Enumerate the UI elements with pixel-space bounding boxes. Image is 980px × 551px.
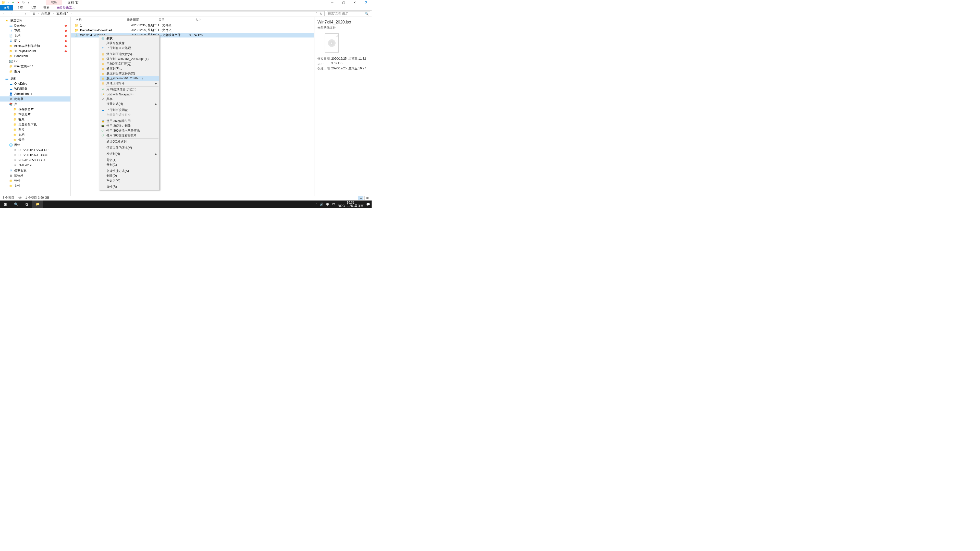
col-header-size[interactable]: 大小 bbox=[184, 17, 204, 22]
ctx-share[interactable]: ↗共享 bbox=[100, 97, 159, 102]
taskbar-clock[interactable]: 16:32 2020/12/25, 星期五 bbox=[337, 201, 364, 208]
nav-onedrive[interactable]: ☁OneDrive bbox=[0, 81, 70, 86]
breadcrumb[interactable]: 🖥 › 此电脑 › 文档 (E:) › ˅ ↻ bbox=[30, 11, 325, 16]
nav-recycle[interactable]: 🗑回收站 bbox=[0, 173, 70, 178]
explorer-taskbar-button[interactable]: 📁 bbox=[32, 200, 43, 208]
refresh-icon[interactable]: ↻ bbox=[319, 12, 323, 16]
nav-wps[interactable]: ☁WPS网盘 bbox=[0, 86, 70, 91]
ctx-create-shortcut[interactable]: 创建快捷方式(S) bbox=[100, 168, 159, 173]
nav-pc4[interactable]: 🖥ZMT2019 bbox=[0, 163, 70, 168]
nav-documents[interactable]: 📄文档📌 bbox=[0, 33, 70, 38]
ctx-notepad[interactable]: 📝Edit with Notepad++ bbox=[100, 92, 159, 97]
ctx-add-zip[interactable]: ▦添加到 "Win7x64_2020.zip" (T) bbox=[100, 57, 159, 62]
ctx-open-with[interactable]: 打开方式(H)▶ bbox=[100, 102, 159, 106]
ctx-cut[interactable]: 剪切(T) bbox=[100, 158, 159, 162]
file-row[interactable]: 📁 1 2020/12/15, 星期二 1... 文件夹 bbox=[71, 23, 314, 28]
save-qat-icon[interactable]: ▫ bbox=[6, 0, 10, 5]
col-header-name[interactable]: 名称 bbox=[71, 17, 127, 22]
minimize-button[interactable]: ─ bbox=[327, 0, 338, 5]
start-button[interactable]: ⊞ bbox=[0, 200, 11, 208]
nav-saved-pics[interactable]: 📁保存的图片 bbox=[0, 106, 70, 112]
nav-files[interactable]: 📁文件 bbox=[0, 183, 70, 188]
ctx-extract-to[interactable]: ▦解压到(F)... bbox=[100, 66, 159, 71]
nav-network[interactable]: 🌐网络 bbox=[0, 142, 70, 148]
ctx-360-manage[interactable]: 🛡使用 360管理右键菜单 bbox=[100, 133, 159, 138]
ctx-other-compress[interactable]: ▦其他压缩命令▶ bbox=[100, 81, 159, 86]
breadcrumb-this-pc[interactable]: 此电脑 bbox=[40, 11, 52, 16]
col-header-type[interactable]: 类型 bbox=[159, 17, 184, 22]
ctx-properties[interactable]: 属性(R) bbox=[100, 184, 159, 189]
chevron-right-icon[interactable]: › bbox=[70, 13, 73, 15]
nav-control-panel[interactable]: ⚙控制面板 bbox=[0, 168, 70, 173]
ctx-delete[interactable]: 删除(D) bbox=[100, 173, 159, 178]
ctx-mount[interactable]: 💿装载 bbox=[100, 36, 159, 41]
close-button[interactable]: ✕ bbox=[349, 0, 360, 5]
nav-yunqishi[interactable]: 📁YUNQISHI2019📌 bbox=[0, 48, 70, 54]
action-center-icon[interactable]: 💬 bbox=[366, 203, 370, 206]
nav-bandicam[interactable]: 📁Bandicam bbox=[0, 54, 70, 59]
nav-tianyi[interactable]: 📁天翼云盘下载 bbox=[0, 122, 70, 127]
ctx-baidu-upload[interactable]: ☁上传到百度网盘 bbox=[100, 108, 159, 113]
nav-gdrive[interactable]: 💽G:\ bbox=[0, 59, 70, 64]
file-row[interactable]: 📁 BaiduNetdiskDownload 2020/12/25, 星期五 1… bbox=[71, 28, 314, 33]
ctx-copy[interactable]: 复制(C) bbox=[100, 162, 159, 167]
nav-pictures[interactable]: 🖼图片📌 bbox=[0, 38, 70, 43]
help-button[interactable]: ? bbox=[360, 0, 372, 5]
ctx-rename[interactable]: 重命名(M) bbox=[100, 178, 159, 183]
ribbon-context-tab[interactable]: 管理 bbox=[46, 0, 62, 5]
nav-excel[interactable]: 📁excel表格制作求和📌 bbox=[0, 43, 70, 48]
tray-chevron-up-icon[interactable]: ˄ bbox=[316, 203, 317, 206]
ctx-open-360zip[interactable]: ▦用360压缩打开(Q) bbox=[100, 62, 159, 66]
nav-desktop-zh[interactable]: ▬桌面 bbox=[0, 76, 70, 81]
ctx-fengmi[interactable]: ✳用 蜂蜜浏览器 浏览(3) bbox=[100, 87, 159, 92]
ctx-360-scan[interactable]: 🛡使用 360进行木马云查杀 bbox=[100, 128, 159, 133]
nav-admin[interactable]: 👤Administrator bbox=[0, 91, 70, 97]
details-view-button[interactable]: ☰ bbox=[358, 196, 363, 200]
nav-win7reinstall[interactable]: 📁win7重装win7 bbox=[0, 64, 70, 69]
qat-dropdown-icon[interactable]: ▾ bbox=[27, 0, 30, 5]
check-qat-icon[interactable]: ✔ bbox=[11, 0, 15, 5]
icons-view-button[interactable]: ▦ bbox=[364, 196, 370, 200]
breadcrumb-drive[interactable]: 文档 (E:) bbox=[56, 11, 69, 16]
nav-back-button[interactable]: ← bbox=[2, 12, 6, 16]
ribbon-tab-file[interactable]: 文件 bbox=[0, 5, 13, 11]
nav-music[interactable]: 📁音乐 bbox=[0, 137, 70, 142]
ctx-extract-folder[interactable]: ▦解压到 Win7x64_2020\ (E) bbox=[100, 76, 159, 81]
nav-desktop[interactable]: ▬Desktop📌 bbox=[0, 23, 70, 28]
ribbon-tab-disc-tools[interactable]: 光盘映像工具 bbox=[53, 5, 79, 11]
cancel-qat-icon[interactable]: ✖ bbox=[16, 0, 21, 5]
maximize-button[interactable]: ▢ bbox=[338, 0, 349, 5]
nav-downloads[interactable]: ⬇下载📌 bbox=[0, 28, 70, 33]
ime-indicator[interactable]: 中 bbox=[326, 202, 329, 206]
breadcrumb-dropdown-icon[interactable]: ˅ bbox=[315, 12, 318, 16]
ribbon-tab-home[interactable]: 主页 bbox=[13, 5, 27, 11]
nav-videos[interactable]: 📁视频 bbox=[0, 117, 70, 122]
volume-icon[interactable]: 🔊 bbox=[320, 203, 324, 206]
nav-local-photos[interactable]: 📁本机照片 bbox=[0, 112, 70, 117]
ribbon-tab-view[interactable]: 查看 bbox=[40, 5, 53, 11]
nav-history-dropdown[interactable]: ˅ bbox=[16, 12, 21, 15]
ctx-restore-previous[interactable]: 还原以前的版本(V) bbox=[100, 145, 159, 150]
ctx-add-archive[interactable]: ▦添加到压缩文件(A)... bbox=[100, 52, 159, 57]
search-input[interactable]: 搜索"文档 (E:)" 🔍 bbox=[327, 11, 370, 16]
nav-quick-access[interactable]: ★快速访问 bbox=[0, 18, 70, 23]
nav-docs2[interactable]: 📁文档 bbox=[0, 132, 70, 137]
nav-pc2[interactable]: 🖥DESKTOP-NJEU3CG bbox=[0, 152, 70, 158]
col-header-date[interactable]: 修改日期 bbox=[127, 17, 159, 22]
ctx-360-unlock[interactable]: 🔒使用 360解除占用 bbox=[100, 119, 159, 124]
chevron-right-icon[interactable]: › bbox=[52, 13, 55, 15]
nav-pc1[interactable]: 🖥DESKTOP-LSSOEDP bbox=[0, 148, 70, 152]
nav-pics3[interactable]: 📁图片 bbox=[0, 127, 70, 132]
nav-forward-button[interactable]: → bbox=[9, 12, 14, 16]
ctx-send-to[interactable]: 发送到(N)▶ bbox=[100, 151, 159, 156]
nav-pictures2[interactable]: 📁图片 bbox=[0, 69, 70, 74]
ctx-extract-here[interactable]: ▦解压到当前文件夹(X) bbox=[100, 71, 159, 76]
chevron-right-icon[interactable]: › bbox=[37, 13, 40, 15]
nav-this-pc[interactable]: 🖥此电脑 bbox=[0, 97, 70, 102]
ribbon-tab-share[interactable]: 共享 bbox=[27, 5, 40, 11]
refresh-qat-icon[interactable]: ↻ bbox=[21, 0, 25, 5]
ctx-360-force-del[interactable]: 📟使用 360强力删除 bbox=[100, 124, 159, 128]
security-tray-icon[interactable]: 🛡 bbox=[332, 203, 335, 206]
nav-pc3[interactable]: 🖥PC-20190530OBLA bbox=[0, 158, 70, 163]
nav-software[interactable]: 📁软件 bbox=[0, 178, 70, 183]
